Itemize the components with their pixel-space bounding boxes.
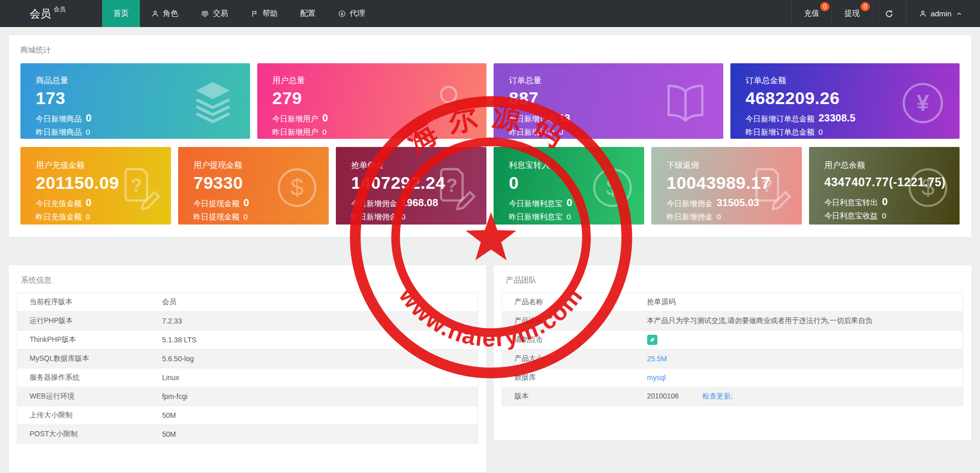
rocket-icon[interactable] [647, 335, 657, 345]
withdraw-button[interactable]: 提现0 [832, 0, 872, 27]
row-label: 上传大小限制 [17, 406, 150, 425]
table-row: ThinkPHP版本5.1.38 LTS [17, 331, 478, 350]
svg-text:$: $ [290, 174, 304, 201]
card-today-value: 0 [323, 112, 328, 124]
card-yesterday-value: 0 [323, 128, 327, 136]
app-brand: 会员会员 [0, 0, 102, 27]
brand-subtitle: 会员 [54, 5, 66, 14]
table-row: 服务器操作系统Linux [17, 368, 478, 387]
row-label: ThinkPHP版本 [17, 331, 150, 350]
user-icon [151, 10, 159, 18]
table-row: 产品名称抢单源码 [502, 293, 963, 312]
card-yesterday-value: 0 [86, 212, 90, 221]
refresh-button[interactable] [872, 0, 906, 27]
doc-question-icon: ? [114, 163, 163, 214]
card-yesterday-value: 0 [717, 212, 721, 221]
card-yesterday-value: 0 [882, 211, 886, 220]
stat-card-interest-in: 利息宝转入0今日新增利息宝0昨日新增利息宝0$ [494, 147, 644, 225]
tab-label: 交易 [213, 9, 228, 18]
card-yesterday-value: 0 [567, 212, 571, 221]
card-today-label: 今日新增商品 [36, 114, 82, 124]
dollar-circle-big-icon: $ [904, 164, 951, 213]
card-yesterday-label: 昨日新增利息宝 [509, 212, 562, 222]
stat-card-orders-total: 订单总量887今日新增订单13昨日新增订单0 [494, 63, 723, 139]
stat-card-users-total: 用户总量279今日新增用户0昨日新增用户0 [257, 63, 487, 139]
row-value: 5.6.50-log [150, 350, 478, 368]
row-label: POST大小限制 [17, 425, 150, 444]
navbar-right: 充值0提现0admin [791, 0, 980, 27]
card-today-label: 今日新增利息宝 [509, 199, 562, 209]
table-row: WEB运行环境fpm-fcgi [17, 387, 478, 406]
table-row: 上传大小限制50M [17, 406, 478, 425]
doc-question-icon: ? [429, 163, 478, 214]
card-yesterday-value: 0 [819, 128, 823, 136]
card-today-value: 0 [243, 197, 249, 209]
main-content: 商城统计 商品总量173今日新增商品0昨日新增商品0用户总量279今日新增用户0… [0, 35, 980, 472]
card-yesterday-label: 昨日新增用户 [273, 128, 318, 137]
stats-panel-title: 商城统计 [20, 45, 960, 55]
row-label: 运行PHP版本 [17, 312, 150, 331]
bottom-panels: 系统信息 当前程序版本会员运行PHP版本7.2.33ThinkPHP版本5.1.… [9, 265, 971, 472]
tab-home[interactable]: 首页 [102, 0, 140, 27]
recharge-button[interactable]: 充值0 [792, 0, 831, 27]
card-today-label: 今日利息宝转出 [824, 198, 878, 208]
product-team-title: 产品团队 [502, 276, 963, 285]
brand-title: 会员 [30, 7, 51, 21]
row-value: 50M [150, 406, 478, 425]
card-today-value: 0 [882, 196, 888, 208]
card-today-label: 今日新增佣金 [667, 199, 713, 209]
dollar-circle-big-icon: $ [274, 164, 321, 213]
tab-label: 帮助 [262, 9, 278, 18]
flag-icon [251, 10, 259, 18]
row-value: 本产品只为学习测试交流,请勿要做商业或者用于违法行为,一切后果自负 [647, 316, 873, 325]
card-yesterday-value: 0 [559, 128, 563, 136]
table-row: MySQL数据库版本5.6.50-log [17, 350, 478, 368]
card-today-label: 今日新增订单总金额 [746, 114, 815, 124]
svg-text:$: $ [921, 174, 935, 201]
row-value: fpm-fcgi [150, 387, 478, 406]
card-today-value: 13 [559, 112, 570, 124]
user-icon [919, 10, 927, 18]
row-value-link[interactable]: mysql [647, 374, 666, 382]
tab-help[interactable]: 帮助 [239, 0, 289, 27]
table-row: 当前程序版本会员 [17, 293, 478, 312]
card-today-label: 今日充值金额 [36, 199, 82, 209]
row-value: 抢单源码 [647, 297, 676, 306]
card-yesterday-label: 昨日新增订单 [509, 128, 555, 137]
tab-label: 代理 [350, 9, 365, 18]
tab-agent[interactable]: $代理 [327, 0, 376, 27]
tab-label: 首页 [113, 9, 129, 18]
row-label: 版本 [502, 387, 635, 406]
layers-icon [188, 78, 238, 130]
chevron-up-icon [955, 10, 963, 17]
card-yesterday-label: 昨日新增商品 [36, 128, 82, 137]
stat-card-goods-total: 商品总量173今日新增商品0昨日新增商品0 [20, 63, 250, 139]
admin-menu[interactable]: admin [906, 0, 980, 27]
card-yesterday-label: 昨日新增佣金 [667, 212, 713, 222]
svg-text:¥: ¥ [917, 90, 929, 115]
card-today-value: 23308.5 [819, 112, 855, 124]
card-today-label: 今日提现金额 [193, 199, 239, 209]
table-row: 产品大小25.5M [502, 350, 963, 368]
svg-text:$: $ [606, 174, 619, 201]
tab-roles[interactable]: 角色 [140, 0, 189, 27]
card-today-value: 0 [567, 197, 572, 209]
table-row: 产品说明本产品只为学习测试交流,请勿要做商业或者用于违法行为,一切后果自负 [502, 312, 963, 331]
card-yesterday-label: 今日利息宝收益 [824, 211, 878, 221]
tab-config[interactable]: 配置 [289, 0, 327, 27]
svg-text:?: ? [131, 175, 142, 196]
top-navbar: 会员会员 首页角色交易帮助配置$代理 充值0提现0admin [0, 0, 980, 27]
row-label: 产品大小 [502, 350, 635, 368]
withdraw-label: 提现 [844, 9, 860, 18]
dashboard-screen: 会员会员 首页角色交易帮助配置$代理 充值0提现0admin 商城统计 商品总量… [0, 0, 980, 473]
row-value-link[interactable]: 25.5M [647, 355, 667, 363]
row-value: 会员 [150, 293, 478, 312]
svg-text:$: $ [341, 12, 344, 16]
card-yesterday-label: 昨日提现金额 [193, 212, 239, 222]
row-label: 服务器操作系统 [17, 368, 150, 387]
check-update-link[interactable]: 检查更新; [702, 392, 733, 400]
tab-trade[interactable]: 交易 [189, 0, 239, 27]
stat-card-order-amount: 订单总金额4682209.26今日新增订单总金额23308.5昨日新增订单总金额… [730, 63, 960, 139]
card-yesterday-value: 0 [243, 212, 248, 221]
refresh-icon [885, 9, 894, 18]
